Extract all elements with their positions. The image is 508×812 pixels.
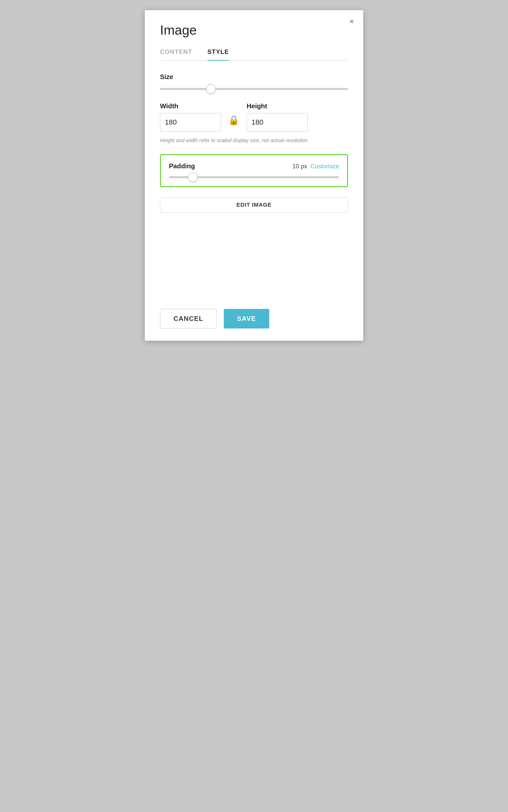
size-slider-fill — [160, 88, 211, 90]
height-label: Height — [247, 102, 308, 110]
spacer — [160, 212, 348, 288]
size-slider-track[interactable] — [160, 88, 348, 90]
padding-section: Padding 10 px Customize — [160, 154, 348, 187]
close-button[interactable]: × — [349, 17, 354, 26]
padding-slider-thumb[interactable] — [188, 172, 198, 182]
size-label: Size — [160, 73, 348, 81]
tab-style[interactable]: STYLE — [208, 46, 229, 61]
footer-buttons: CANCEL SAVE — [145, 301, 363, 341]
modal-header: × Image CONTENT STYLE — [145, 10, 363, 61]
width-group: Width — [160, 102, 221, 131]
padding-value: 10 px — [292, 163, 307, 170]
padding-header: Padding 10 px Customize — [169, 162, 339, 170]
modal-body: Size Width 🔒 Height Height and width ref… — [145, 61, 363, 301]
size-slider-thumb[interactable] — [206, 84, 216, 94]
tab-content[interactable]: CONTENT — [160, 46, 192, 61]
height-group: Height — [247, 102, 308, 131]
cancel-button[interactable]: CANCEL — [160, 309, 217, 328]
height-input[interactable] — [247, 113, 308, 131]
lock-icon[interactable]: 🔒 — [228, 115, 240, 126]
customize-link[interactable]: Customize — [310, 163, 339, 170]
padding-value-customize: 10 px Customize — [292, 163, 339, 170]
save-button[interactable]: SAVE — [224, 309, 269, 328]
dimensions-row: Width 🔒 Height — [160, 102, 348, 131]
modal-title: Image — [160, 23, 348, 38]
padding-slider-track[interactable] — [169, 176, 339, 178]
padding-label: Padding — [169, 162, 195, 170]
width-input[interactable] — [160, 113, 221, 131]
dimensions-hint: Height and width refer to scaled display… — [160, 137, 348, 144]
lock-icon-container: 🔒 — [221, 102, 247, 126]
tabs-row: CONTENT STYLE — [160, 46, 348, 61]
width-label: Width — [160, 102, 221, 110]
edit-image-button[interactable]: EDIT IMAGE — [160, 197, 348, 212]
modal-dialog: × Image CONTENT STYLE Size Width 🔒 — [145, 10, 363, 341]
